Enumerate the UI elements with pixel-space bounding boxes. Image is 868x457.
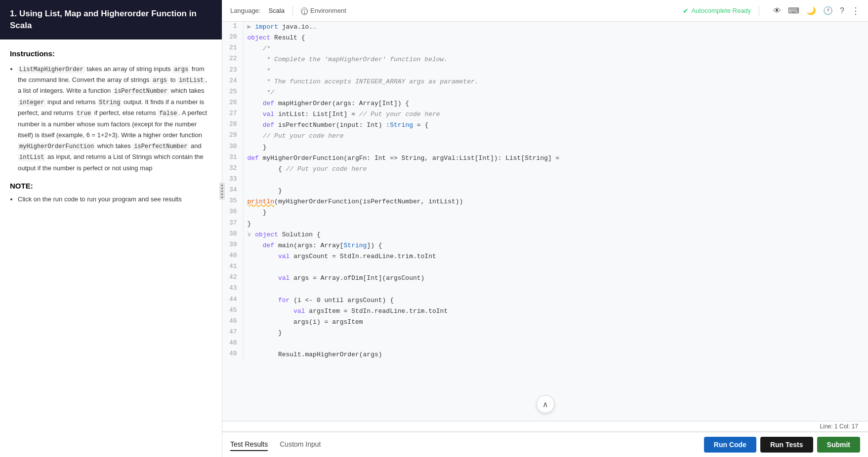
code-editor[interactable]: 1▶ import java.io.…20object Result {21 /… [222, 22, 868, 421]
table-row: 49 Result.mapHigherOrder(args) [222, 349, 868, 360]
line-code: ∨ object Solution { [243, 229, 868, 240]
cursor-position: Line: 1 Col: 17 [820, 423, 858, 430]
line-code: args(i) = argsItem [243, 317, 868, 328]
environment-label: Environment [310, 7, 346, 14]
table-row: 34 } [222, 186, 868, 196]
line-code: * The function accepts INTEGER_ARRAY arg… [243, 76, 868, 87]
line-code: val args = Array.ofDim[Int](argsCount) [243, 273, 868, 284]
status-bar: Line: 1 Col: 17 [222, 421, 868, 431]
note-body: Click on the run code to run your progra… [10, 194, 212, 205]
table-row: 33 [222, 175, 868, 186]
line-number: 47 [222, 328, 243, 339]
scroll-up-button[interactable]: ∧ [537, 395, 554, 413]
table-row: 42 val args = Array.ofDim[Int](argsCount… [222, 273, 868, 284]
table-row: 21 /* [222, 43, 868, 54]
resize-handle[interactable] [219, 183, 225, 200]
table-row: 28 def isPerfectNumber(input: Int) :Stri… [222, 120, 868, 131]
keyboard-icon[interactable]: ⌨ [788, 6, 799, 15]
help-icon[interactable]: ? [840, 6, 844, 15]
line-number: 49 [222, 349, 243, 360]
instructions-title: Instructions: [10, 49, 212, 58]
table-row: 38∨ object Solution { [222, 229, 868, 240]
table-row: 27 val intList: List[Int] = // Put your … [222, 109, 868, 120]
line-code: ▶ import java.io.… [243, 22, 868, 33]
line-code: val intList: List[Int] = // Put your cod… [243, 109, 868, 120]
line-number: 44 [222, 295, 243, 306]
line-number: 39 [222, 240, 243, 251]
bottom-actions: Run Code Run Tests Submit [704, 437, 860, 453]
line-code [243, 175, 868, 186]
table-row: 22 * Complete the 'mapHigherOrder' funct… [222, 54, 868, 65]
table-row: 39 def main(args: Array[String]) { [222, 240, 868, 251]
table-row: 29 // Put your code here [222, 131, 868, 142]
autocomplete-status: ✔ Autocomplete Ready [683, 7, 751, 15]
line-code: { // Put your code here [243, 164, 868, 175]
line-code: val argsItem = StdIn.readLine.trim.toInt [243, 306, 868, 317]
line-number: 32 [222, 164, 243, 175]
line-number: 36 [222, 207, 243, 218]
line-number: 30 [222, 142, 243, 153]
table-row: 24 * The function accepts INTEGER_ARRAY … [222, 76, 868, 87]
line-number: 43 [222, 284, 243, 295]
tab-test-results[interactable]: Test Results [230, 438, 268, 451]
tab-custom-input[interactable]: Custom Input [280, 438, 321, 451]
table-row: 48 [222, 339, 868, 349]
line-code: val argsCount = StdIn.readLine.trim.toIn… [243, 251, 868, 262]
line-code: /* [243, 43, 868, 54]
line-number: 1 [222, 22, 243, 33]
table-row: 30 } [222, 142, 868, 153]
line-code: * Complete the 'mapHigherOrder' function… [243, 54, 868, 65]
line-code: def myHigherOrderFunction(argFn: Int => … [243, 153, 868, 164]
line-code: Result.mapHigherOrder(args) [243, 349, 868, 360]
line-code: } [243, 142, 868, 153]
table-row: 32 { // Put your code here [222, 164, 868, 175]
eye-icon[interactable]: 👁 [773, 6, 781, 15]
line-number: 40 [222, 251, 243, 262]
table-row: 1▶ import java.io.… [222, 22, 868, 33]
code-table: 1▶ import java.io.…20object Result {21 /… [222, 22, 868, 360]
line-number: 35 [222, 196, 243, 207]
line-code: object Result { [243, 33, 868, 43]
line-number: 38 [222, 229, 243, 240]
line-number: 20 [222, 33, 243, 43]
bottom-bar: Test Results Custom Input Run Code Run T… [222, 431, 868, 457]
line-code: def main(args: Array[String]) { [243, 240, 868, 251]
top-icons: 👁 ⌨ 🌙 🕐 ? ⋮ [773, 5, 860, 16]
run-code-button[interactable]: Run Code [704, 437, 756, 453]
table-row: 44 for (i <- 0 until argsCount) { [222, 295, 868, 306]
divider [292, 6, 293, 16]
instructions-body: ListMapHigherOrder takes an array of str… [10, 64, 212, 174]
line-number: 45 [222, 306, 243, 317]
line-code: */ [243, 87, 868, 98]
line-code: } [243, 328, 868, 339]
line-code: } [243, 219, 868, 229]
table-row: 40 val argsCount = StdIn.readLine.trim.t… [222, 251, 868, 262]
line-code: def mapHigherOrder(args: Array[Int]) { [243, 98, 868, 109]
left-panel: 1. Using List, Map and Higherorder Funct… [0, 0, 222, 457]
table-row: 46 args(i) = argsItem [222, 317, 868, 328]
run-tests-button[interactable]: Run Tests [760, 437, 813, 453]
submit-button[interactable]: Submit [817, 437, 860, 453]
table-row: 36 } [222, 207, 868, 218]
line-code: } [243, 186, 868, 196]
environment-button[interactable]: ⓘ Environment [301, 7, 346, 14]
line-number: 28 [222, 120, 243, 131]
problem-title: 1. Using List, Map and Higherorder Funct… [0, 0, 222, 39]
note-title: NOTE: [10, 182, 212, 190]
table-row: 43 [222, 284, 868, 295]
table-row: 37} [222, 219, 868, 229]
line-code [243, 339, 868, 349]
history-icon[interactable]: 🕐 [823, 6, 833, 15]
line-number: 21 [222, 43, 243, 54]
table-row: 45 val argsItem = StdIn.readLine.trim.to… [222, 306, 868, 317]
more-icon[interactable]: ⋮ [851, 5, 860, 16]
autocomplete-label: Autocomplete Ready [691, 7, 751, 14]
table-row: 25 */ [222, 87, 868, 98]
right-panel: Language: Scala ⓘ Environment ✔ Autocomp… [222, 0, 868, 457]
line-number: 48 [222, 339, 243, 349]
line-number: 22 [222, 54, 243, 65]
line-number: 26 [222, 98, 243, 109]
moon-icon[interactable]: 🌙 [806, 6, 816, 15]
line-number: 42 [222, 273, 243, 284]
line-code: def isPerfectNumber(input: Int) :String … [243, 120, 868, 131]
